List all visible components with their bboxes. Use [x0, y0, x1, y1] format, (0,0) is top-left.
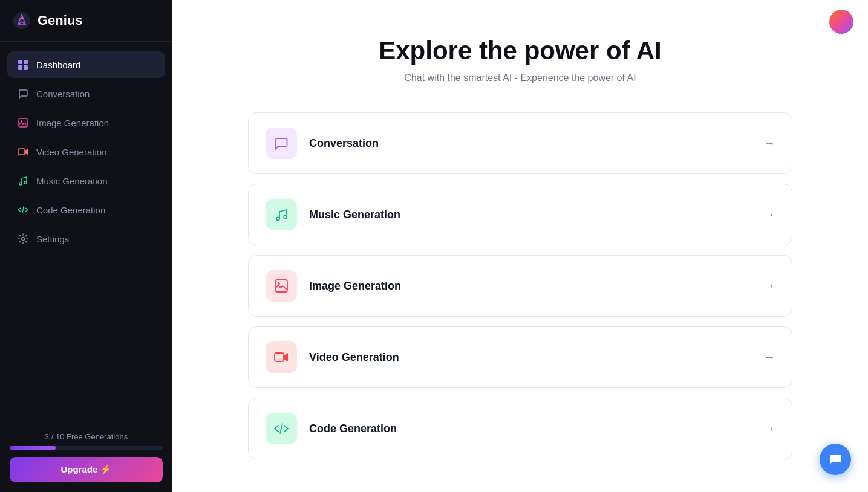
image-icon-wrap: [266, 270, 297, 302]
main-content: Explore the power of AI Chat with the sm…: [172, 0, 868, 492]
sidebar-item-label: Music Generation: [36, 176, 108, 186]
user-avatar[interactable]: [829, 10, 853, 34]
chat-support-button[interactable]: [820, 444, 851, 475]
arrow-right-icon-music: →: [764, 209, 775, 221]
code-gen-icon: [17, 204, 29, 216]
sidebar-item-music-generation[interactable]: Music Generation: [7, 167, 165, 194]
arrow-right-icon-image: →: [764, 280, 775, 293]
chat-bubble-icon: [828, 452, 843, 467]
svg-point-15: [278, 282, 280, 285]
feature-list: Conversation → Music Generation →: [248, 112, 792, 459]
svg-rect-5: [24, 65, 28, 70]
music-icon-wrap: [266, 199, 297, 230]
image-icon: [273, 278, 289, 294]
sidebar-item-label: Settings: [36, 234, 69, 244]
page-subtitle: Chat with the smartest AI - Experience t…: [221, 73, 820, 83]
logo-area: Genius: [0, 0, 172, 42]
progress-bar-background: [10, 446, 163, 450]
sidebar-item-dashboard[interactable]: Dashboard: [7, 51, 165, 78]
page-title: Explore the power of AI: [221, 36, 820, 65]
arrow-right-icon-video: →: [764, 351, 775, 364]
svg-point-13: [284, 216, 287, 219]
sidebar-item-label: Video Generation: [36, 147, 106, 157]
feature-card-code[interactable]: Code Generation →: [248, 398, 792, 459]
arrow-right-icon-conversation: →: [764, 137, 775, 150]
feature-card-conversation[interactable]: Conversation →: [248, 112, 792, 174]
svg-rect-4: [18, 65, 22, 70]
feature-card-music[interactable]: Music Generation →: [248, 184, 792, 245]
conversation-icon-wrap: [266, 128, 297, 159]
svg-point-11: [22, 238, 25, 241]
sidebar: Genius Dashboard Conversation Image Gene…: [0, 0, 172, 492]
free-generations-label: 3 / 10 Free Generations: [10, 432, 163, 441]
feature-name-image: Image Generation: [309, 280, 752, 293]
arrow-right-icon-code: →: [764, 422, 775, 435]
sidebar-item-conversation[interactable]: Conversation: [7, 80, 165, 107]
music-gen-icon: [17, 175, 29, 187]
feature-name-video: Video Generation: [309, 351, 752, 364]
feature-name-conversation: Conversation: [309, 137, 752, 150]
feature-card-video[interactable]: Video Generation →: [248, 326, 792, 388]
sidebar-item-code-generation[interactable]: Code Generation: [7, 196, 165, 223]
feature-name-code: Code Generation: [309, 422, 752, 435]
sidebar-bottom: 3 / 10 Free Generations Upgrade ⚡: [0, 422, 172, 492]
main-header: Explore the power of AI Chat with the sm…: [221, 36, 820, 83]
video-icon: [273, 349, 289, 365]
video-icon-wrap: [266, 341, 297, 373]
app-name: Genius: [38, 13, 83, 28]
progress-bar-fill: [10, 446, 56, 450]
code-icon: [273, 421, 289, 436]
feature-card-image[interactable]: Image Generation →: [248, 255, 792, 317]
sidebar-item-settings[interactable]: Settings: [7, 225, 165, 252]
svg-rect-8: [18, 149, 25, 155]
grid-icon: [17, 59, 29, 71]
conversation-icon: [273, 135, 289, 151]
svg-point-10: [24, 181, 27, 184]
sidebar-item-video-generation[interactable]: Video Generation: [7, 138, 165, 165]
svg-rect-16: [275, 353, 284, 361]
code-icon-wrap: [266, 413, 297, 444]
image-gen-icon: [17, 117, 29, 129]
upgrade-button[interactable]: Upgrade ⚡: [10, 457, 163, 482]
svg-point-12: [276, 218, 279, 221]
svg-rect-3: [24, 60, 28, 64]
svg-rect-2: [18, 60, 22, 64]
svg-point-9: [19, 183, 22, 185]
sidebar-item-label: Image Generation: [36, 118, 109, 128]
sidebar-item-label: Conversation: [36, 89, 90, 99]
sidebar-item-image-generation[interactable]: Image Generation: [7, 109, 165, 136]
sidebar-nav: Dashboard Conversation Image Generation …: [0, 42, 172, 422]
sidebar-item-label: Code Generation: [36, 205, 105, 215]
settings-icon: [17, 233, 29, 245]
chat-icon: [17, 88, 29, 100]
feature-name-music: Music Generation: [309, 209, 752, 221]
music-icon: [273, 207, 289, 222]
video-gen-icon: [17, 146, 29, 158]
top-bar: [829, 10, 853, 34]
app-logo-icon: [12, 11, 31, 30]
svg-point-1: [21, 17, 23, 19]
sidebar-item-label: Dashboard: [36, 60, 80, 70]
